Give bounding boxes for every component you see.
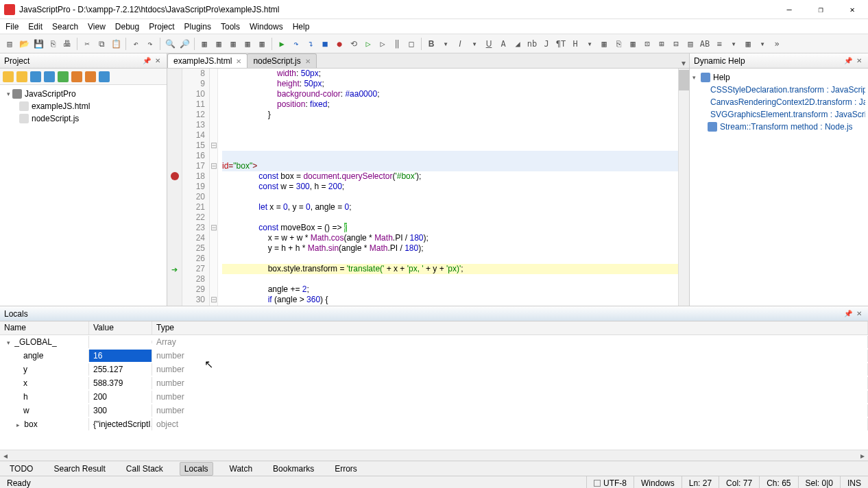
bottom-tab-bookmarks[interactable]: Bookmarks (269, 463, 318, 475)
locals-col-name[interactable]: Name (0, 321, 89, 334)
copy-icon[interactable]: ⧉ (95, 37, 108, 51)
locals-row[interactable]: x588.379number (0, 376, 868, 390)
locals-row[interactable]: h200number (0, 390, 868, 404)
menu-search[interactable]: Search (52, 22, 78, 32)
bottom-tab-todo[interactable]: TODO (5, 463, 37, 475)
ext-1-icon[interactable]: ▦ (626, 37, 640, 51)
help-root[interactable]: ▾ Help (692, 71, 865, 84)
debug-1-icon[interactable]: ⟲ (347, 37, 361, 51)
locals-root-row[interactable]: ▾ _GLOBAL_Array (0, 335, 868, 349)
list-icon[interactable]: ≡ (712, 37, 726, 51)
help-item[interactable]: SVGGraphicsElement.transform : JavaScrip… (692, 108, 865, 121)
menu-tools[interactable]: Tools (221, 22, 240, 32)
table-icon[interactable]: ▦ (741, 37, 755, 51)
help-item[interactable]: CanvasRenderingContext2D.transform : Jav… (692, 96, 865, 108)
continue-2-icon[interactable]: ▷ (376, 37, 389, 51)
locals-pin-icon[interactable]: 📌 (843, 309, 853, 319)
pause-icon[interactable]: ‖ (390, 37, 404, 51)
help-close-icon[interactable]: ✕ (854, 56, 864, 66)
anchor-icon[interactable]: J (540, 37, 553, 51)
ext-5-icon[interactable]: ▤ (684, 37, 697, 51)
maximize-button[interactable]: ❐ (805, 0, 836, 19)
italic-dropdown-icon[interactable]: ▾ (468, 37, 481, 51)
ext-6-icon[interactable]: AB (698, 37, 712, 51)
color-icon[interactable]: ◢ (511, 37, 525, 51)
project-root[interactable]: ▾ JavaScriptPro (1, 88, 165, 100)
menu-edit[interactable]: Edit (28, 22, 43, 32)
close-button[interactable]: ✕ (836, 0, 868, 19)
tabs-dropdown-icon[interactable]: ▾ (678, 58, 689, 68)
project-pin-icon[interactable]: 📌 (142, 56, 152, 66)
restart-icon[interactable]: □ (405, 37, 418, 51)
bold-icon[interactable]: B (424, 37, 438, 51)
horizontal-scrollbar[interactable]: ◂▸ (0, 450, 868, 461)
locals-row[interactable]: y255.127number (0, 363, 868, 376)
undo-icon[interactable]: ↶ (129, 37, 143, 51)
project-folder2-icon[interactable] (85, 71, 96, 82)
bold-dropdown-icon[interactable]: ▾ (439, 37, 453, 51)
menu-project[interactable]: Project (149, 22, 174, 32)
help-pin-icon[interactable]: 📌 (843, 56, 853, 66)
editor-scrollbar[interactable] (678, 69, 689, 306)
tab-close-icon[interactable]: ✕ (236, 58, 241, 65)
breakpoint-icon[interactable] (171, 172, 179, 180)
continue-icon[interactable]: ▷ (361, 37, 375, 51)
editor-tab[interactable]: nodeScript.js✕ (247, 53, 316, 68)
bottom-tab-call-stack[interactable]: Call Stack (122, 463, 167, 475)
nbsp-icon[interactable]: nb (525, 37, 539, 51)
paste-icon[interactable]: 📋 (109, 37, 123, 51)
bottom-tab-locals[interactable]: Locals (180, 462, 213, 476)
project-upload-icon[interactable] (58, 71, 69, 82)
list-dropdown-icon[interactable]: ▾ (727, 37, 740, 51)
save-icon[interactable]: 💾 (32, 37, 45, 51)
browser-5-icon[interactable]: ▦ (255, 37, 269, 51)
tab-close-icon[interactable]: ✕ (305, 58, 311, 65)
search-icon[interactable]: 🔍 (163, 37, 177, 51)
underline-icon[interactable]: U (482, 37, 496, 51)
locals-close-icon[interactable]: ✕ (854, 309, 864, 319)
cut-icon[interactable]: ✂ (80, 37, 94, 51)
menu-help[interactable]: Help (293, 22, 310, 32)
bottom-tab-watch[interactable]: Watch (226, 463, 257, 475)
browser-4-icon[interactable]: ▦ (241, 37, 254, 51)
locals-col-type[interactable]: Type (152, 321, 868, 334)
minimize-button[interactable]: — (773, 0, 805, 19)
menu-view[interactable]: View (88, 22, 106, 32)
project-close-icon[interactable]: ✕ (153, 56, 162, 66)
stop-icon[interactable]: ● (333, 37, 346, 51)
browser-1-icon[interactable]: ▦ (197, 37, 211, 51)
project-open-icon[interactable] (16, 71, 27, 82)
browser-3-icon[interactable]: ▦ (226, 37, 240, 51)
new-file-icon[interactable]: ▤ (3, 37, 16, 51)
locals-col-value[interactable]: Value (89, 321, 152, 334)
editor-tab[interactable]: exampleJS.html✕ (167, 53, 248, 68)
bottom-tab-search-result[interactable]: Search Result (49, 463, 109, 475)
heading-dropdown-icon[interactable]: ▾ (583, 37, 596, 51)
browser-2-icon[interactable]: ▦ (212, 37, 226, 51)
paragraph-icon[interactable]: ¶T (554, 37, 568, 51)
ext-3-icon[interactable]: ⊞ (655, 37, 668, 51)
locals-row[interactable]: w300number (0, 404, 868, 417)
locals-row[interactable]: angle16number (0, 349, 868, 363)
save-all-icon[interactable]: ⎘ (46, 37, 60, 51)
code-editor[interactable]: ➔ 89101112131415161718192021222324252627… (167, 69, 689, 306)
menu-plugins[interactable]: Plugins (184, 22, 211, 32)
menu-debug[interactable]: Debug (115, 22, 139, 32)
link-icon[interactable]: ⎘ (612, 37, 625, 51)
project-file-icon[interactable] (99, 71, 110, 82)
ext-2-icon[interactable]: ⊡ (640, 37, 654, 51)
project-file[interactable]: exampleJS.html (1, 100, 165, 112)
project-sync-icon[interactable] (44, 71, 55, 82)
project-refresh-icon[interactable] (30, 71, 41, 82)
bottom-tab-errors[interactable]: Errors (330, 463, 361, 475)
overflow-icon[interactable]: » (770, 37, 784, 51)
menu-file[interactable]: File (5, 22, 19, 32)
open-icon[interactable]: 📂 (17, 37, 31, 51)
menu-windows[interactable]: Windows (250, 22, 283, 32)
help-item[interactable]: CSSStyleDeclaration.transform : JavaScri… (692, 84, 865, 96)
ext-4-icon[interactable]: ⊟ (669, 37, 683, 51)
table-dropdown-icon[interactable]: ▾ (756, 37, 769, 51)
print-icon[interactable]: 🖶 (60, 37, 74, 51)
step-over-icon[interactable]: ↷ (289, 37, 303, 51)
project-file[interactable]: nodeScript.js (1, 112, 165, 125)
